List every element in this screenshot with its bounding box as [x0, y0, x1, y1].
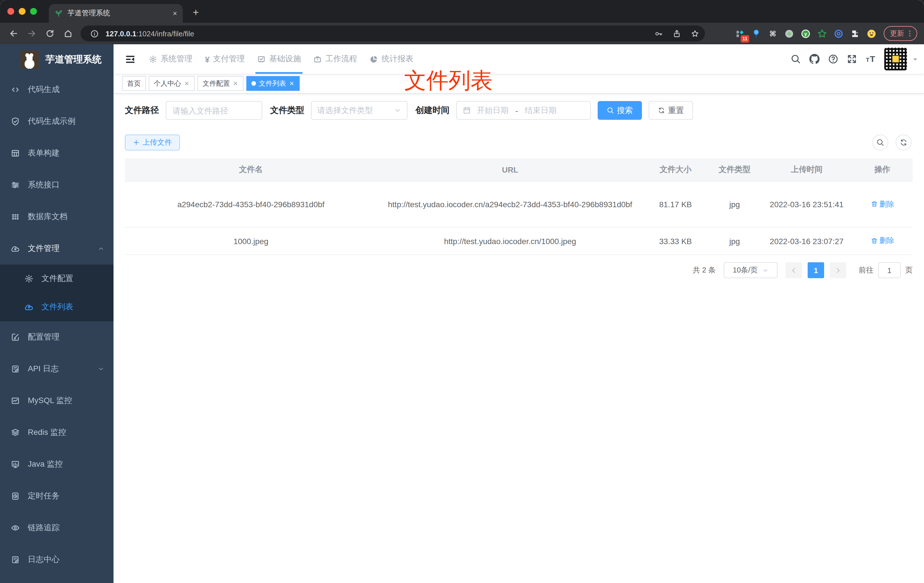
- page-number-button[interactable]: 1: [808, 262, 824, 278]
- sidebar-item-trace[interactable]: 链路追踪: [0, 512, 114, 544]
- page-size-select[interactable]: 10条/页: [724, 262, 777, 278]
- tag-home[interactable]: 首页: [122, 76, 146, 91]
- emoji-icon[interactable]: [866, 28, 877, 39]
- toggle-search-button[interactable]: [872, 135, 888, 150]
- sidebar-item-redis-monitor[interactable]: Redis 监控: [0, 417, 114, 448]
- search-icon: [607, 107, 614, 114]
- refresh-table-button[interactable]: [896, 135, 911, 150]
- bookmark-star-icon[interactable]: [688, 27, 701, 40]
- tab-close-icon[interactable]: ×: [173, 9, 177, 18]
- sidebar-item-config-management[interactable]: 配置管理: [0, 321, 114, 353]
- chevron-left-icon: [790, 266, 797, 274]
- goto-page-input[interactable]: [878, 262, 901, 278]
- search-icon[interactable]: [790, 54, 801, 64]
- column-header-url: URL: [377, 165, 643, 174]
- back-icon[interactable]: [6, 26, 21, 41]
- tag-file-config[interactable]: 文件配置: [198, 76, 244, 91]
- sidebar-item-scheduled-tasks[interactable]: 定时任务: [0, 480, 114, 512]
- close-icon[interactable]: [233, 81, 238, 86]
- refresh-icon: [658, 107, 665, 114]
- balloon-icon[interactable]: [751, 28, 762, 39]
- sidebar-item-file-management[interactable]: 文件管理: [0, 233, 114, 264]
- page-content: 文件路径 文件类型 请选择文件类型 创建时间 开始日期 - 结束日期: [114, 94, 924, 583]
- key-icon[interactable]: [652, 27, 665, 40]
- fullscreen-icon[interactable]: [847, 54, 857, 64]
- form-table-icon: [11, 149, 20, 158]
- topnav-tab-workflow[interactable]: 工作流程: [307, 44, 363, 74]
- blue-eye-icon[interactable]: [833, 28, 844, 39]
- search-button[interactable]: 搜索: [598, 101, 642, 120]
- sidebar-item-label: Java 监控: [28, 459, 63, 469]
- topnav-tab-system-management[interactable]: 系统管理: [142, 44, 199, 74]
- topnav-tab-label: 系统管理: [161, 54, 192, 64]
- extensions-badge-icon[interactable]: 11: [734, 28, 745, 39]
- next-page-button[interactable]: [830, 262, 846, 278]
- file-type-cell: jpg: [708, 236, 761, 246]
- line-chart-icon: [11, 396, 20, 405]
- sidebar-item-code-gen-demo[interactable]: 代码生成示例: [0, 106, 114, 137]
- address-bar[interactable]: 127.0.0.1:1024/infra/file/file: [81, 26, 705, 41]
- svg-text:T: T: [870, 54, 875, 64]
- delete-button[interactable]: 删除: [870, 236, 894, 246]
- file-type-placeholder: 请选择文件类型: [317, 105, 394, 116]
- sidebar-item-code-gen[interactable]: 代码生成: [0, 74, 114, 106]
- puzzle-icon[interactable]: [850, 28, 860, 39]
- browser-update-button[interactable]: 更新: [884, 26, 917, 41]
- github-icon[interactable]: [809, 54, 820, 64]
- reload-icon[interactable]: [43, 26, 57, 41]
- file-path-input[interactable]: [166, 101, 262, 120]
- info-icon[interactable]: [87, 27, 101, 40]
- calendar-icon: [462, 106, 471, 115]
- tag-file-list[interactable]: 文件列表: [246, 76, 300, 91]
- sidebar-item-label: 定时任务: [28, 491, 59, 501]
- refresh-icon: [899, 139, 908, 147]
- tag-label: 文件列表: [259, 79, 286, 88]
- topnav-tab-infrastructure[interactable]: 基础设施: [251, 44, 307, 74]
- sidebar-fold-icon[interactable]: [125, 54, 136, 64]
- prev-page-button[interactable]: [785, 262, 802, 278]
- sidebar-item-java-monitor[interactable]: Java 监控: [0, 448, 114, 480]
- sidebar-item-form-builder[interactable]: 表单构建: [0, 137, 114, 169]
- date-range-picker[interactable]: 开始日期 - 结束日期: [456, 101, 591, 120]
- font-size-icon[interactable]: TT: [866, 54, 876, 64]
- home-icon[interactable]: [61, 26, 76, 41]
- upload-file-button[interactable]: 上传文件: [125, 135, 180, 150]
- browser-tab[interactable]: 芋道管理系统 ×: [49, 4, 183, 23]
- sidebar-item-api-log[interactable]: API 日志: [0, 353, 114, 385]
- command-icon[interactable]: ⌘: [767, 28, 778, 39]
- close-icon[interactable]: [289, 81, 295, 86]
- topnav-tab-statistics[interactable]: 统计报表: [363, 44, 420, 74]
- sidebar-item-file-config[interactable]: 文件配置: [0, 264, 114, 293]
- delete-button[interactable]: 删除: [870, 199, 894, 210]
- sliders-icon: [11, 180, 20, 190]
- help-icon[interactable]: [828, 54, 838, 64]
- sidebar-item-label: API 日志: [28, 364, 59, 374]
- tag-profile[interactable]: 个人中心: [149, 76, 195, 91]
- record-icon[interactable]: [784, 28, 795, 39]
- reset-button[interactable]: 重置: [649, 101, 693, 120]
- topnav-tab-payment-management[interactable]: ¥ 支付管理: [199, 44, 251, 74]
- kebab-menu-icon[interactable]: [906, 30, 914, 38]
- sidebar-item-mysql-monitor[interactable]: MySQL 监控: [0, 385, 114, 417]
- sidebar-item-file-list[interactable]: 文件列表: [0, 293, 114, 321]
- y-logo-icon[interactable]: y: [800, 28, 811, 39]
- window-zoom-button[interactable]: [30, 8, 37, 15]
- search-button-label: 搜索: [617, 105, 633, 116]
- cloud-upload-icon: [25, 302, 33, 312]
- file-type-select[interactable]: 请选择文件类型: [311, 101, 408, 120]
- close-icon[interactable]: [184, 81, 190, 86]
- user-avatar-qr[interactable]: [884, 48, 907, 70]
- sidebar-item-log-center[interactable]: 日志中心: [0, 544, 114, 576]
- browser-toolbar: 127.0.0.1:1024/infra/file/file 11 ⌘ y 更新: [0, 23, 924, 44]
- caret-down-icon[interactable]: [912, 56, 918, 62]
- sidebar-item-label: 链路追踪: [28, 523, 59, 533]
- share-icon[interactable]: [670, 27, 683, 40]
- green-star-icon[interactable]: [817, 28, 828, 39]
- sidebar-item-db-doc[interactable]: 数据库文档: [0, 201, 114, 233]
- window-minimize-button[interactable]: [19, 8, 26, 15]
- forward-icon[interactable]: [25, 26, 39, 41]
- window-close-button[interactable]: [7, 8, 14, 15]
- new-tab-button[interactable]: +: [188, 5, 203, 20]
- chevron-up-icon: [97, 245, 104, 252]
- sidebar-item-system-api[interactable]: 系统接口: [0, 169, 114, 201]
